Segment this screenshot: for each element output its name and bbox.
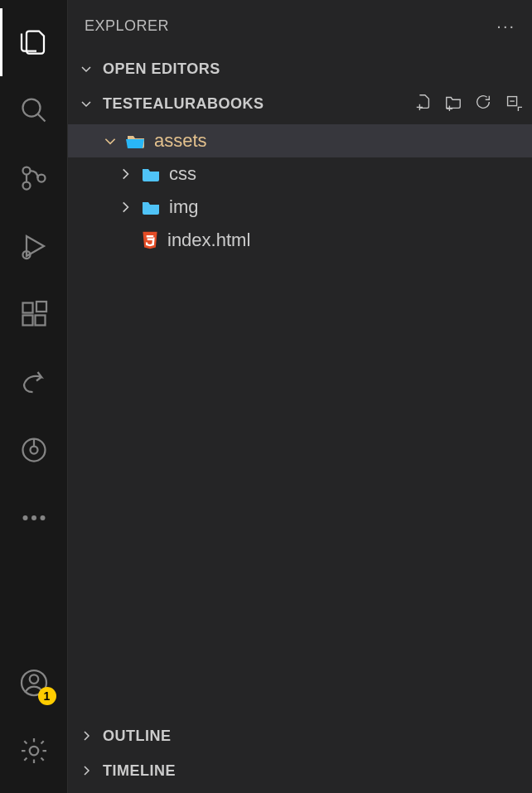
chevron-down-icon (78, 97, 94, 110)
gear-icon (19, 736, 49, 766)
workspace-section[interactable]: TESTEALURABOOKS (68, 86, 532, 121)
svg-rect-6 (22, 303, 32, 313)
collapse-all-icon (504, 93, 522, 111)
run-debug-tab[interactable] (0, 212, 68, 280)
svg-rect-7 (22, 316, 32, 326)
chevron-right-icon (118, 200, 133, 215)
file-tree: assets css img (68, 121, 532, 718)
timeline-section[interactable]: TIMELINE (68, 753, 532, 788)
collapse-all-button[interactable] (504, 93, 522, 115)
gitlens-icon (19, 435, 49, 465)
panel-header: EXPLORER ··· (68, 0, 532, 51)
explorer-panel: EXPLORER ··· OPEN EDITORS TESTEALURABOOK… (68, 0, 532, 793)
bottom-sections: OUTLINE TIMELINE (68, 718, 532, 793)
svg-point-3 (22, 182, 30, 190)
panel-title: EXPLORER (85, 17, 169, 35)
svg-point-15 (40, 515, 45, 520)
settings-button[interactable] (0, 717, 68, 785)
new-file-icon (414, 93, 433, 111)
folder-icon (141, 199, 161, 215)
source-control-tab[interactable] (0, 144, 68, 212)
svg-point-18 (29, 747, 38, 756)
gitlens-tab[interactable] (0, 416, 68, 484)
open-editors-label: OPEN EDITORS (103, 60, 220, 78)
file-index-html[interactable]: index.html (68, 224, 532, 257)
run-debug-icon (19, 231, 49, 261)
refresh-button[interactable] (474, 93, 492, 115)
extensions-icon (19, 299, 49, 329)
extensions-tab[interactable] (0, 280, 68, 348)
search-tab[interactable] (0, 76, 68, 144)
account-badge: 1 (38, 687, 56, 705)
timeline-label: TIMELINE (103, 762, 176, 780)
svg-point-11 (30, 447, 37, 454)
more-tab[interactable] (0, 484, 68, 552)
outline-label: OUTLINE (103, 728, 172, 745)
svg-point-2 (22, 167, 30, 175)
chevron-right-icon (78, 729, 94, 742)
new-folder-button[interactable] (444, 93, 462, 115)
folder-label: css (169, 163, 196, 185)
live-share-tab[interactable] (0, 348, 68, 416)
activity-bar: 1 (0, 0, 68, 793)
folder-label: img (169, 196, 198, 218)
files-icon (19, 27, 49, 57)
chevron-right-icon (78, 764, 94, 777)
chevron-down-icon (78, 62, 94, 75)
outline-section[interactable]: OUTLINE (68, 718, 532, 753)
new-folder-icon (444, 93, 462, 111)
workspace-name: TESTEALURABOOKS (103, 95, 264, 113)
activity-bottom: 1 (0, 649, 68, 785)
svg-point-13 (22, 515, 27, 520)
svg-line-1 (37, 114, 45, 122)
open-editors-section[interactable]: OPEN EDITORS (68, 51, 532, 86)
share-icon (19, 367, 49, 397)
svg-rect-9 (36, 302, 46, 312)
folder-css[interactable]: css (68, 157, 532, 191)
search-icon (19, 95, 49, 125)
folder-icon (141, 166, 161, 182)
svg-point-14 (31, 515, 36, 520)
chevron-down-icon (103, 133, 118, 148)
svg-point-4 (37, 175, 45, 182)
workspace-actions (414, 93, 522, 115)
folder-label: assets (154, 130, 207, 152)
new-file-button[interactable] (414, 93, 433, 115)
refresh-icon (474, 93, 492, 111)
svg-point-0 (22, 99, 40, 117)
chevron-right-icon (118, 167, 133, 181)
folder-assets[interactable]: assets (68, 124, 532, 157)
panel-more-button[interactable]: ··· (496, 17, 515, 36)
ellipsis-icon (19, 503, 49, 533)
svg-rect-8 (35, 316, 45, 326)
accounts-button[interactable]: 1 (0, 649, 68, 717)
folder-open-icon (126, 133, 146, 149)
svg-point-17 (29, 675, 38, 684)
explorer-tab[interactable] (0, 8, 68, 76)
folder-img[interactable]: img (68, 191, 532, 224)
html-file-icon (141, 230, 159, 250)
file-label: index.html (167, 230, 250, 251)
source-control-icon (19, 163, 49, 193)
